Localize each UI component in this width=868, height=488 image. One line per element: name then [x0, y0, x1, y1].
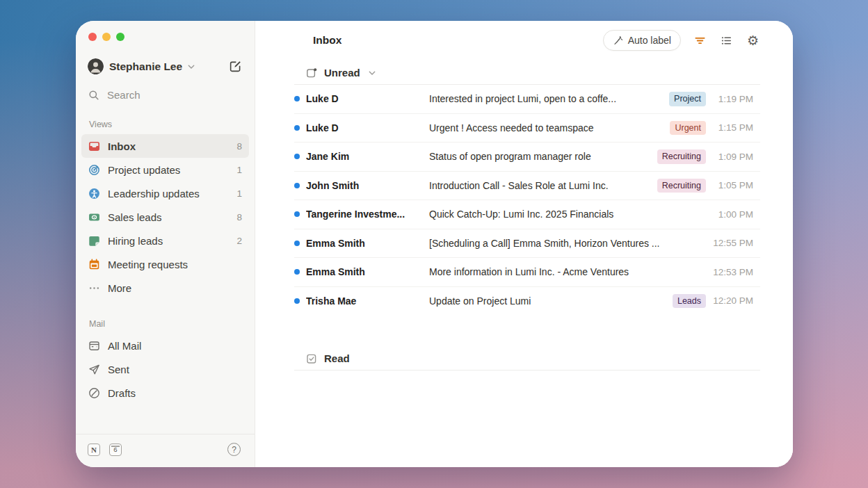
email-sender: Jane Kim — [306, 151, 417, 162]
sidebar-item-leadership-updates[interactable]: Leadership updates 1 — [81, 181, 249, 205]
unread-dot — [294, 96, 300, 101]
views-section-label: Views — [89, 120, 243, 129]
unread-dot — [294, 154, 300, 159]
account-name: Stephanie Lee — [109, 60, 182, 73]
sidebar-item-project-updates[interactable]: Project updates 1 — [81, 158, 249, 181]
email-label-badge: Leads — [673, 294, 706, 309]
target-icon — [88, 164, 100, 176]
email-subject: Interested in project Lumi, open to a co… — [429, 93, 662, 104]
unread-section-header[interactable]: Unread — [294, 61, 760, 85]
person-icon — [88, 188, 100, 200]
unread-dot — [294, 211, 300, 217]
filter-button[interactable] — [693, 33, 707, 48]
email-label-badge: Project — [669, 92, 706, 106]
send-icon — [88, 364, 100, 375]
unread-icon — [306, 67, 317, 79]
drafts-icon — [88, 387, 100, 399]
sidebar-item-count: 1 — [236, 188, 242, 199]
email-sender: Tangerine Investme... — [306, 209, 417, 220]
inbox-icon — [88, 140, 100, 152]
email-subject: Quick Catch-Up: Lumi Inc. 2025 Financial… — [429, 209, 706, 220]
sidebar-item-label: Sent — [108, 364, 129, 375]
views-list: Inbox 8 Project updates 1 Leadership upd… — [76, 134, 255, 300]
email-time: 1:15 PM — [706, 122, 760, 133]
chevron-down-icon — [369, 71, 376, 76]
sidebar-item-label: Sales leads — [108, 211, 162, 223]
email-time: 12:20 PM — [706, 295, 760, 306]
email-sender: Emma Smith — [306, 238, 417, 249]
compose-button[interactable] — [227, 58, 243, 74]
banknote-icon — [88, 211, 100, 223]
email-subject: Introduction Call - Sales Role at Lumi I… — [429, 180, 650, 191]
chevron-down-icon — [188, 65, 195, 70]
zoom-window-button[interactable] — [116, 33, 124, 41]
read-section-header[interactable]: Read — [294, 347, 760, 371]
email-time: 1:19 PM — [706, 94, 760, 104]
email-subject: More information in Lumi Inc. - Acme Ven… — [429, 266, 706, 277]
email-subject: Update on Project Lumi — [429, 295, 666, 307]
calendar-app-icon[interactable]: 6 — [109, 444, 122, 456]
sidebar-item-sent[interactable]: Sent — [81, 357, 249, 381]
app-window: Stephanie Lee Search Views Inbox 8 Proje… — [76, 21, 793, 467]
notion-app-icon[interactable]: N — [88, 444, 100, 456]
sidebar: Stephanie Lee Search Views Inbox 8 Proje… — [76, 21, 255, 467]
email-row[interactable]: Jane Kim Status of open program manager … — [294, 143, 760, 172]
email-row[interactable]: Luke D Urgent ! Access needed to teamspa… — [294, 114, 760, 143]
mail-section-label: Mail — [89, 319, 243, 329]
avatar — [88, 58, 104, 74]
sidebar-item-meeting-requests[interactable]: Meeting requests — [81, 252, 249, 276]
sidebar-item-label: All Mail — [108, 340, 141, 352]
help-button[interactable]: ? — [227, 443, 241, 456]
main-panel: Inbox Auto label ⚙ Unread Luke D Interes… — [255, 21, 793, 467]
sidebar-item-inbox[interactable]: Inbox 8 — [81, 134, 249, 158]
auto-label-button[interactable]: Auto label — [603, 30, 681, 51]
email-time: 1:09 PM — [706, 152, 760, 162]
email-row[interactable]: John Smith Introduction Call - Sales Rol… — [294, 172, 760, 201]
list-view-button[interactable] — [719, 33, 734, 48]
ellipsis-icon — [88, 282, 100, 294]
email-time: 12:53 PM — [706, 267, 760, 277]
email-time: 1:05 PM — [706, 180, 760, 190]
email-row[interactable]: Tangerine Investme... Quick Catch-Up: Lu… — [294, 200, 760, 229]
search-placeholder: Search — [107, 89, 140, 101]
sidebar-item-more[interactable]: More — [81, 276, 249, 300]
email-row[interactable]: Luke D Interested in project Lumi, open … — [294, 85, 760, 114]
header-controls: Auto label ⚙ — [603, 30, 760, 51]
email-sender: Luke D — [306, 93, 417, 104]
sidebar-item-all-mail[interactable]: All Mail — [81, 334, 249, 357]
email-row[interactable]: Emma Smith [Scheduling a Call] Emma Smit… — [294, 229, 760, 259]
auto-label-label: Auto label — [628, 35, 671, 46]
wand-icon — [613, 35, 623, 46]
email-list: Luke D Interested in project Lumi, open … — [294, 85, 760, 315]
view-title-group: Inbox — [306, 34, 341, 47]
email-sender: Luke D — [306, 122, 417, 133]
email-label-badge: Recruiting — [657, 179, 706, 193]
account-switcher[interactable]: Stephanie Lee — [88, 58, 243, 74]
sidebar-item-sales-leads[interactable]: Sales leads 8 — [81, 205, 249, 229]
sidebar-item-hiring-leads[interactable]: Hiring leads 2 — [81, 229, 249, 252]
sidebar-item-label: Project updates — [108, 164, 180, 176]
all-mail-icon — [88, 340, 100, 352]
sidebar-item-label: More — [108, 282, 131, 294]
unread-section-label: Unread — [324, 67, 360, 79]
email-label-badge: Recruiting — [657, 149, 706, 164]
email-row[interactable]: Emma Smith More information in Lumi Inc.… — [294, 258, 760, 287]
unread-dot — [294, 269, 300, 275]
close-window-button[interactable] — [88, 33, 97, 41]
main-header: Inbox Auto label ⚙ — [294, 30, 760, 51]
search-input[interactable]: Search — [88, 89, 243, 101]
sidebar-item-label: Inbox — [108, 140, 136, 152]
email-row[interactable]: Trisha Mae Update on Project Lumi Leads … — [294, 287, 760, 316]
settings-button[interactable]: ⚙ — [746, 33, 760, 49]
email-subject: [Scheduling a Call] Emma Smith, Horizon … — [429, 238, 706, 249]
sidebar-item-drafts[interactable]: Drafts — [81, 381, 249, 405]
sidebar-item-label: Meeting requests — [108, 259, 188, 270]
sidebar-item-count: 2 — [236, 236, 242, 246]
unread-dot — [294, 183, 300, 188]
minimize-window-button[interactable] — [102, 33, 111, 41]
sidebar-item-label: Leadership updates — [108, 188, 200, 200]
unread-dot — [294, 241, 300, 246]
sidebar-item-label: Drafts — [108, 387, 136, 399]
sidebar-item-count: 1 — [236, 165, 242, 175]
window-controls — [76, 21, 255, 41]
